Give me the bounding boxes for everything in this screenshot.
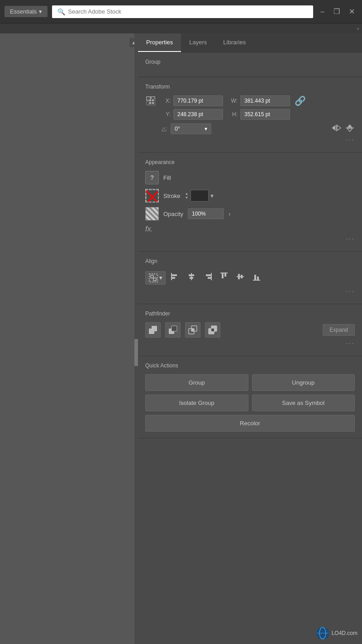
pathfinder-intersect-button[interactable] bbox=[185, 322, 200, 338]
quick-actions-section: Quick Actions Group Ungroup Isolate Grou… bbox=[138, 356, 362, 438]
close-button[interactable]: ✕ bbox=[346, 6, 357, 17]
appearance-more-options[interactable]: ··· bbox=[145, 233, 355, 245]
stroke-weight-stepper[interactable]: ▲ ▼ bbox=[185, 192, 189, 200]
save-as-symbol-button[interactable]: Save as Symbol bbox=[252, 395, 355, 411]
align-buttons-row: ▾ bbox=[145, 270, 355, 286]
canvas-area: ▲ bbox=[0, 33, 138, 644]
flip-vertical-button[interactable] bbox=[345, 124, 355, 134]
svg-marker-10 bbox=[332, 125, 335, 131]
svg-marker-14 bbox=[347, 128, 352, 132]
opacity-label: Opacity bbox=[163, 211, 183, 217]
isolate-group-button[interactable]: Isolate Group bbox=[145, 395, 248, 411]
fill-icon[interactable]: ? bbox=[145, 171, 159, 184]
pathfinder-unite-button[interactable] bbox=[145, 322, 161, 338]
angle-select[interactable]: 0° ▾ bbox=[171, 123, 211, 134]
transform-section: Transform bbox=[138, 77, 362, 153]
opacity-icon[interactable] bbox=[145, 207, 159, 221]
align-center-vertical-button[interactable] bbox=[233, 270, 247, 286]
stroke-options-button[interactable]: ▾ bbox=[210, 192, 214, 199]
tab-libraries[interactable]: Libraries bbox=[215, 33, 254, 52]
quick-actions-grid: Group Ungroup Isolate Group Save as Symb… bbox=[145, 374, 355, 432]
pathfinder-title: Pathfinder bbox=[145, 310, 355, 317]
svg-rect-41 bbox=[171, 326, 177, 331]
transform-reference-icon[interactable] bbox=[145, 95, 159, 109]
stroke-color-swatch[interactable] bbox=[191, 190, 209, 202]
align-center-horizontal-button[interactable] bbox=[185, 270, 198, 286]
fill-label: Fill bbox=[163, 174, 171, 181]
pathfinder-expand-button[interactable]: Expand bbox=[323, 324, 355, 336]
fill-row: ? Fill bbox=[145, 171, 355, 184]
align-left-button[interactable] bbox=[168, 270, 182, 286]
scrollbar-thumb[interactable] bbox=[134, 339, 138, 366]
h-input[interactable] bbox=[240, 109, 290, 120]
svg-rect-25 bbox=[190, 277, 193, 279]
scrollbar-track bbox=[134, 33, 138, 644]
transform-more-options[interactable]: ··· bbox=[145, 134, 355, 146]
svg-rect-30 bbox=[222, 273, 224, 278]
opacity-expand-button[interactable]: › bbox=[229, 210, 231, 217]
svg-marker-11 bbox=[337, 125, 341, 131]
group-button[interactable]: Group bbox=[145, 374, 248, 391]
lock-proportions-icon[interactable]: 🔗 bbox=[295, 95, 306, 106]
minimize-button[interactable]: – bbox=[318, 7, 327, 17]
appearance-title: Appearance bbox=[145, 159, 355, 165]
rotation-row: △: 0° ▾ bbox=[145, 123, 355, 134]
restore-button[interactable]: ❐ bbox=[331, 6, 343, 17]
pathfinder-section: Pathfinder bbox=[138, 304, 362, 356]
w-label: W: bbox=[229, 98, 238, 104]
svg-rect-8 bbox=[152, 102, 154, 104]
recolor-button[interactable]: Recolor bbox=[145, 415, 355, 432]
svg-rect-36 bbox=[254, 275, 256, 280]
svg-rect-34 bbox=[241, 275, 243, 278]
align-bottom-button[interactable] bbox=[250, 270, 263, 286]
stroke-icon[interactable] bbox=[145, 189, 159, 202]
w-input[interactable] bbox=[240, 95, 290, 106]
svg-marker-13 bbox=[347, 124, 352, 127]
y-label: Y: bbox=[163, 111, 171, 118]
svg-rect-19 bbox=[153, 278, 156, 281]
group-section: Group bbox=[138, 52, 362, 77]
h-label: H: bbox=[229, 111, 238, 118]
align-to-dropdown[interactable]: ▾ bbox=[145, 271, 166, 285]
opacity-row: Opacity › bbox=[145, 207, 355, 221]
opacity-input[interactable] bbox=[188, 208, 224, 219]
x-input[interactable] bbox=[173, 95, 223, 106]
y-input[interactable] bbox=[173, 109, 223, 120]
align-top-button[interactable] bbox=[217, 270, 231, 286]
align-right-button[interactable] bbox=[201, 270, 214, 286]
svg-rect-31 bbox=[224, 273, 226, 277]
align-title: Align bbox=[145, 258, 355, 264]
quick-actions-title: Quick Actions bbox=[145, 362, 355, 369]
main-layout: ▲ Properties Layers Libraries Group Tran… bbox=[0, 33, 362, 644]
x-label: X: bbox=[163, 98, 171, 104]
svg-rect-18 bbox=[151, 275, 153, 278]
svg-rect-21 bbox=[171, 274, 177, 276]
angle-value: 0° bbox=[175, 126, 180, 132]
window-controls: – ❐ ✕ bbox=[318, 6, 357, 17]
align-more-options[interactable]: ··· bbox=[145, 286, 355, 297]
search-input[interactable] bbox=[68, 8, 308, 15]
angle-label: △: bbox=[162, 126, 167, 132]
align-section: Align ▾ bbox=[138, 252, 362, 304]
pathfinder-more-options[interactable]: ··· bbox=[145, 338, 355, 349]
tab-layers[interactable]: Layers bbox=[181, 33, 215, 52]
stroke-row: Stroke ▲ ▼ ▾ bbox=[145, 189, 355, 202]
fx-label[interactable]: fx. bbox=[145, 225, 355, 233]
subtoolbar: » bbox=[0, 24, 362, 33]
essentials-button[interactable]: Essentials ▾ bbox=[5, 6, 48, 17]
svg-rect-39 bbox=[152, 326, 157, 331]
ungroup-button[interactable]: Ungroup bbox=[252, 374, 355, 391]
essentials-label: Essentials bbox=[10, 8, 37, 15]
svg-rect-33 bbox=[238, 274, 240, 279]
pathfinder-buttons-row: Expand bbox=[145, 322, 355, 338]
tab-properties[interactable]: Properties bbox=[138, 33, 181, 52]
svg-rect-44 bbox=[191, 329, 194, 331]
appearance-section: Appearance ? Fill Stroke ▲ ▼ bbox=[138, 153, 362, 252]
right-panel: Properties Layers Libraries Group Transf… bbox=[138, 33, 362, 644]
panel-tabs: Properties Layers Libraries bbox=[138, 33, 362, 52]
flip-horizontal-button[interactable] bbox=[331, 124, 341, 134]
pathfinder-minus-front-button[interactable] bbox=[165, 322, 181, 338]
pathfinder-exclude-button[interactable] bbox=[205, 322, 220, 338]
search-bar[interactable]: 🔍 bbox=[52, 5, 313, 18]
footer-watermark: LO4D.com bbox=[316, 627, 357, 639]
